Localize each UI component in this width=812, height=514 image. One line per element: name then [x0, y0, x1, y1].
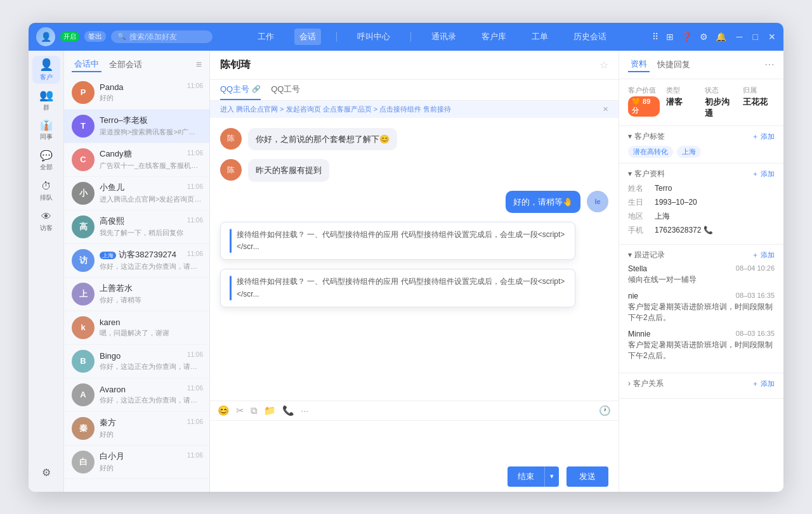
- chat-tab-qq-main[interactable]: QQ主号 🔗: [220, 80, 261, 100]
- end-button[interactable]: 结束: [508, 466, 544, 487]
- field-label: 手机: [628, 225, 651, 236]
- search-input[interactable]: [129, 32, 206, 41]
- rp-section-header-tags: ▾ 客户标签 ＋ 添加: [628, 131, 775, 142]
- apps-icon[interactable]: ⊞: [666, 32, 674, 42]
- msg-bubble-left2: 昨天的客服有提到: [248, 159, 329, 182]
- metric-status: 状态 初步沟通: [705, 86, 737, 119]
- maximize-button[interactable]: □: [753, 32, 758, 42]
- contact-time: 11:06: [187, 250, 203, 257]
- main-body: 👤 客户 👥 群 👔 同事 💬 全部 ⏱ 排队 👁 访客: [29, 51, 783, 492]
- nav-history[interactable]: 历史会话: [568, 29, 612, 45]
- scissors-icon[interactable]: ✂: [236, 405, 244, 416]
- nav-call[interactable]: 呼叫中心: [352, 29, 395, 45]
- nav-contacts[interactable]: 通讯录: [426, 29, 461, 45]
- sidebar-label-visitor: 访客: [40, 224, 53, 233]
- status-badge: 开启: [60, 32, 79, 42]
- add-rel-button[interactable]: ＋ 添加: [752, 379, 775, 389]
- end-dropdown-button[interactable]: ▾: [544, 466, 559, 487]
- search-bar[interactable]: 🔍: [111, 30, 213, 43]
- chat-header: 陈钊琦 ☆: [210, 51, 619, 80]
- contact-item[interactable]: 秦 秦方 好的 11:06: [64, 412, 209, 446]
- emoji-icon[interactable]: 😊: [218, 405, 230, 416]
- rp-more-icon[interactable]: ⋯: [764, 58, 775, 70]
- sidebar-label-group: 群: [43, 103, 49, 112]
- tag-list: 潜在高转化上海: [628, 146, 775, 158]
- contact-item[interactable]: 高 高俊熙 我先了解一下，稍后回复你 11:06: [64, 210, 209, 244]
- nav-work[interactable]: 工作: [252, 29, 279, 45]
- signout-button[interactable]: 签出: [84, 31, 106, 42]
- star-icon[interactable]: ☆: [599, 59, 608, 71]
- breadcrumb-close-icon[interactable]: ✕: [603, 105, 608, 113]
- sidebar-item-visitor[interactable]: 👁 访客: [32, 208, 60, 236]
- filter-icon[interactable]: ≡: [196, 59, 202, 70]
- chat-tab-qq-work[interactable]: QQ工号: [271, 80, 300, 100]
- rp-tab-quickreply[interactable]: 快捷回复: [655, 58, 693, 72]
- contact-item[interactable]: T Terro–李老板 渠道搜狗>搜索腾讯客服>#广告双十一_在: [64, 110, 209, 143]
- clock-icon[interactable]: 🕐: [599, 405, 611, 416]
- nav-chat[interactable]: 会话: [294, 29, 321, 45]
- field-value: 17623628372 📞: [655, 226, 713, 235]
- grid-icon[interactable]: ⠿: [652, 32, 658, 42]
- sidebar-item-queue[interactable]: ⏱ 排队: [32, 177, 60, 205]
- contact-avatar: B: [72, 350, 95, 373]
- timeline-content: 客户暂定暑期英语进阶班培训，时间段限制下午2点后。: [628, 302, 775, 323]
- autocomplete-popup2[interactable]: 接待组件如何挂载？ 一、代码型接待组件的应用 代码型接待组件设置完成后，会生成一…: [220, 269, 575, 307]
- end-btn-group: 结束 ▾: [508, 466, 559, 487]
- contact-info: 上海访客382739274 你好，这边正在为你查询，请稍等: [100, 249, 202, 271]
- timeline-author: Stella: [628, 264, 647, 273]
- contact-name: 上善若水: [100, 283, 202, 294]
- sidebar-item-colleague[interactable]: 👔 同事: [32, 117, 60, 145]
- nav-ticket[interactable]: 工单: [527, 29, 553, 45]
- nav-separator2: [410, 32, 411, 42]
- phone-icon[interactable]: 📞: [282, 405, 294, 416]
- contact-avatar: 小: [72, 182, 95, 205]
- add-followup-button[interactable]: ＋ 添加: [752, 250, 775, 260]
- minimize-button[interactable]: ─: [737, 32, 743, 42]
- contact-item[interactable]: A Avaron 你好，这边正在为你查询，请稍等 11:06: [64, 378, 209, 412]
- contact-item[interactable]: 小 小鱼儿 进入腾讯企点官网>发起咨询页企点客服/ 11:06: [64, 177, 209, 210]
- contact-item[interactable]: 访 上海访客382739274 你好，这边正在为你查询，请稍等 11:06: [64, 244, 209, 278]
- contact-name: 上海访客382739274: [100, 249, 202, 260]
- close-button[interactable]: ✕: [768, 32, 776, 42]
- sidebar-item-customers[interactable]: 👤 客户: [32, 56, 60, 84]
- contact-avatar: 白: [72, 451, 95, 473]
- tab-active-sessions[interactable]: 会话中: [72, 57, 102, 72]
- settings-icon[interactable]: ⚙: [700, 32, 708, 42]
- contact-item[interactable]: 上 上善若水 你好，请稍等: [64, 278, 209, 311]
- contact-time: 11:06: [187, 217, 203, 224]
- sidebar-item-group[interactable]: 👥 群: [32, 86, 60, 114]
- contact-time: 11:06: [187, 82, 203, 89]
- chat-breadcrumb: 进入 腾讯企点官网 > 发起咨询页 企点客服产品页 > 点击接待组件 售前接待 …: [210, 101, 619, 118]
- rp-field: 地区上海: [628, 211, 775, 222]
- contact-info: 白小月 好的: [100, 451, 202, 473]
- add-info-button[interactable]: ＋ 添加: [752, 169, 775, 179]
- add-tag-button[interactable]: ＋ 添加: [752, 132, 775, 141]
- send-button[interactable]: 发送: [566, 466, 608, 487]
- chat-input-field[interactable]: [210, 421, 619, 459]
- contact-info: 秦方 好的: [100, 417, 202, 439]
- rp-fields: 姓名Terro生日1993–10–20地区上海手机17623628372 📞: [628, 183, 775, 236]
- chevron-down-icon: ▾: [628, 132, 632, 141]
- contact-item[interactable]: B Bingo 你好，这边正在为你查询，请稍等 11:06: [64, 345, 209, 378]
- sidebar-item-all[interactable]: 💬 全部: [32, 147, 60, 175]
- contact-item[interactable]: C Candy糖 广告双十一_在线客服_客服机器人>进入 11:06: [64, 143, 209, 177]
- more-icon[interactable]: ···: [301, 405, 309, 416]
- timeline-meta: Stella 08–04 10:26: [628, 264, 775, 273]
- contact-item[interactable]: k karen 嗯，问题解决了，谢谢: [64, 311, 209, 345]
- copy-icon[interactable]: ⧉: [251, 405, 258, 416]
- contact-avatar: P: [72, 81, 95, 104]
- help-icon[interactable]: ❓: [681, 32, 692, 42]
- contact-item[interactable]: 白 白小月 好的 11:06: [64, 446, 209, 479]
- user-avatar[interactable]: 👤: [36, 27, 55, 46]
- contact-name: Candy糖: [100, 148, 202, 160]
- tab-all-sessions[interactable]: 全部会话: [107, 58, 145, 72]
- sidebar-settings[interactable]: ⚙: [32, 459, 60, 487]
- folder-icon[interactable]: 📁: [264, 405, 276, 416]
- rp-tags-section: ▾ 客户标签 ＋ 添加 潜在高转化上海: [619, 126, 783, 164]
- autocomplete-popup1[interactable]: 接待组件如何挂载？ 一、代码型接待组件的应用 代码型接待组件设置完成后，会生成一…: [220, 222, 575, 260]
- contact-msg: 我先了解一下，稍后回复你: [100, 228, 202, 238]
- notification-icon[interactable]: 🔔: [716, 32, 726, 42]
- nav-customers[interactable]: 客户库: [476, 29, 511, 45]
- rp-tab-profile[interactable]: 资料: [628, 57, 650, 72]
- contact-item[interactable]: P Panda 好的 11:06: [64, 76, 209, 110]
